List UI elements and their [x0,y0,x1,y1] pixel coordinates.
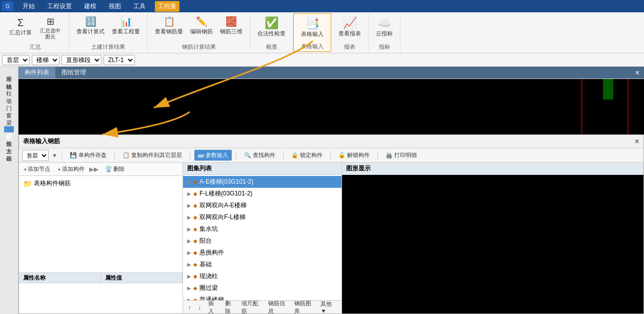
ribbon-group-report: 📈 查看报表 报表 [331,13,369,52]
insert-button[interactable]: 插入 [206,299,220,314]
nav-stairs[interactable]: 楼梯 [4,126,14,132]
table-input-button[interactable]: 📑 表格输入 [298,15,327,40]
list-item-ae-stairs[interactable]: ▶ ◆ A-E楼梯(03G101-2) [183,176,341,188]
list-item-sump[interactable]: ▶ ◆ 集水坑 [183,223,341,235]
tree-root-label: 表格构件钢筋 [34,179,71,188]
list-bottom-toolbar: ↑ ↓ 插入 删除 缩尺配筋 钢筋信息 钢筋图库 其他 ▼ [183,300,341,313]
tab-component-list[interactable]: 构件列表 [18,67,55,78]
report-label: 查看报表 [338,30,361,37]
more-btn[interactable]: ▶▶ [89,166,98,173]
find-element-button[interactable]: 🔍 查找构件 [240,150,279,161]
tab-close[interactable]: ✕ [631,69,644,76]
nav-column[interactable]: 柱 [4,83,14,89]
list-item-double-fl[interactable]: ▶ ◆ 双网双向F-L楼梯 [183,211,341,223]
list-item-cantilever[interactable]: ▶ ◆ 悬挑构件 [183,247,341,259]
report-icon: 📈 [343,16,357,30]
legal-check-label: 合法性检查 [257,30,286,37]
sep5 [283,151,284,160]
display-header: 图形显示 [342,163,643,175]
panel-floor-select[interactable]: 首层 [22,150,49,161]
report-group-label: 报表 [344,42,355,51]
tab-drawing-management[interactable]: 图纸管理 [55,67,92,78]
modal-title-bar: 表格输入钢筋 ✕ [19,135,643,148]
props-panel: 属性名称 属性值 [19,272,183,313]
nav-beam[interactable]: 梁 [4,112,14,118]
legal-check-button[interactable]: ✅ 合法性检查 [254,14,289,40]
other-button[interactable]: 其他 ▼ [318,300,338,313]
table-input-buttons: 📑 表格输入 [298,15,327,40]
menu-bar: G 开始 工程设置 建模 视图 工具 工程量 [0,0,644,12]
ribbon: Σ 汇总计算 ⊞ 汇总选中图元 汇总 🔢 查看计算式 📊 查看工程量 [0,12,644,53]
list-delete-button[interactable]: 删除 [223,299,237,314]
nav-earthwork[interactable]: 土方 [4,141,14,147]
single-save-button[interactable]: 💾 单构件存盘 [66,150,110,161]
nav-wall[interactable]: 墙 [4,90,14,96]
list-item-fl-stairs[interactable]: ▶ ◆ F-L楼梯(03G101-2) [183,188,341,200]
view-formula-button[interactable]: 🔢 查看计算式 [73,14,108,37]
ribbon-group-civil: 🔢 查看计算式 📊 查看工程量 土建计算结果 [69,13,148,52]
nav-door[interactable]: 门 [4,97,14,104]
list-item-balcony[interactable]: ▶ ◆ 阳台 [183,235,341,247]
tree-content: 📁 表格构件钢筋 [19,176,183,272]
tree-root-node[interactable]: 📁 表格构件钢筋 [21,178,180,189]
display-canvas [342,175,643,313]
menu-start[interactable]: 开始 [19,1,38,12]
delete-button[interactable]: 🗑️ 删除 [103,164,127,174]
lock-icon: 🔒 [291,152,298,159]
nav-foundation[interactable]: 基础 [4,148,14,154]
sep3 [190,151,190,160]
menu-tools[interactable]: 工具 [130,1,149,12]
menu-modeling[interactable]: 建模 [81,1,99,12]
floor-select[interactable]: 首层 [2,55,30,65]
rebar-3d-button[interactable]: 🧱 钢筋三维 [217,14,246,37]
param-input-button[interactable]: ae 参数输入 [194,150,232,161]
shape-select[interactable]: 直形梯段 [62,55,102,65]
view-quantity-button[interactable]: 📊 查看工程量 [109,14,143,37]
cloud-indicator-button[interactable]: ☁️ 云指标 [373,14,396,40]
rebar-info-button[interactable]: 钢筋信息 [266,299,289,314]
save-icon: 💾 [70,152,77,159]
app-logo: G [2,2,13,11]
down-button[interactable]: ↓ [196,304,204,311]
indicator-group-label: 指标 [379,42,390,51]
nav-decor[interactable]: 装饰 [4,133,14,140]
rebar-buttons: 📋 查看钢筋量 ✏️ 编辑钢筋 🧱 钢筋三维 [152,14,246,37]
report-buttons: 📈 查看报表 [335,14,364,40]
sum-all-button[interactable]: Σ 汇总计算 [6,14,35,42]
second-bar: 首层 楼梯 直形梯段 ZLT-1 [0,53,644,67]
nav-common[interactable]: 常用 [4,69,14,75]
list-item-double-ae[interactable]: ▶ ◆ 双网双向A-E楼梯 [183,200,341,211]
up-button[interactable]: ↑ [186,304,193,311]
nav-slab[interactable]: 板 [4,119,14,125]
rebar-library-button[interactable]: 钢筋图库 [292,299,315,314]
sum-group-label: 汇总 [30,42,41,51]
list-item-foundation[interactable]: ▶ ◆ 基础 [183,259,341,270]
view-report-button[interactable]: 📈 查看报表 [335,14,364,40]
add-element-button[interactable]: + 添加构件 [55,164,87,174]
menu-project-settings[interactable]: 工程设置 [44,1,75,12]
add-node-button[interactable]: + 添加节点 [21,164,53,174]
modal-close-button[interactable]: ✕ [634,138,639,145]
print-detail-button[interactable]: 🖨️ 打印明细 [382,150,420,161]
edit-rebar-button[interactable]: ✏️ 编辑钢筋 [187,14,216,37]
rebar-group-label: 钢筋计算结果 [182,42,216,51]
table-input-label: 表格输入 [301,30,324,38]
lock-element-button[interactable]: 🔒 锁定构件 [288,150,326,161]
id-select[interactable]: ZLT-1 [104,55,135,65]
list-item-ring-beam[interactable]: ▶ ◆ 圈过梁 [183,282,341,294]
copy-to-floor-button[interactable]: 📋 复制构件到其它层层 [119,150,186,161]
table-group-label: 表格输入 [301,42,324,50]
list-item-cast-pile[interactable]: ▶ ◆ 现浇柱 [183,270,341,282]
nav-axis[interactable]: 轴线 [4,76,14,82]
nav-window[interactable]: 窗 [4,105,14,111]
menu-quantity[interactable]: 工程量 [155,1,179,12]
scale-config-button[interactable]: 缩尺配筋 [239,299,263,314]
type-select[interactable]: 楼梯 [32,55,59,65]
unlock-element-button[interactable]: 🔓 解锁构件 [335,150,373,161]
cloud-label: 云指标 [376,30,393,37]
sep7 [377,151,378,160]
add-element-icon: + [57,166,61,172]
sum-select-button[interactable]: ⊞ 汇总选中图元 [36,14,65,42]
view-rebar-qty-button[interactable]: 📋 查看钢筋量 [152,14,186,37]
menu-view[interactable]: 视图 [106,1,124,12]
